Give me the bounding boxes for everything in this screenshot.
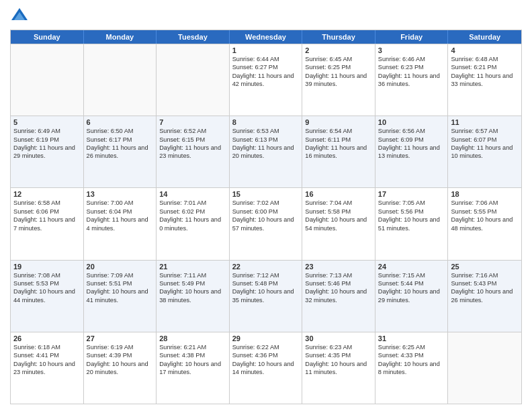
- daylight-text: Daylight: 10 hours and 8 minutes.: [378, 360, 445, 377]
- day-number: 26: [13, 334, 81, 342]
- sunset-text: Sunset: 4:41 PM: [13, 351, 81, 359]
- calendar-cell: 11Sunrise: 6:57 AMSunset: 6:07 PMDayligh…: [448, 116, 521, 187]
- day-number: 15: [232, 190, 300, 198]
- calendar-cell: 27Sunrise: 6:19 AMSunset: 4:39 PMDayligh…: [84, 332, 157, 404]
- calendar-cell: 13Sunrise: 7:00 AMSunset: 6:04 PMDayligh…: [84, 188, 157, 259]
- calendar-cell: [11, 44, 84, 116]
- day-number: 17: [378, 190, 445, 198]
- sunrise-text: Sunrise: 7:04 AM: [305, 199, 372, 207]
- day-number: 25: [451, 263, 519, 271]
- sunrise-text: Sunrise: 6:50 AM: [87, 127, 154, 135]
- weekday-header: Thursday: [302, 30, 375, 44]
- sunset-text: Sunset: 6:25 PM: [305, 63, 372, 71]
- calendar-cell: 5Sunrise: 6:49 AMSunset: 6:19 PMDaylight…: [11, 116, 84, 187]
- day-number: 8: [232, 118, 300, 126]
- day-number: 9: [305, 118, 372, 126]
- daylight-text: Daylight: 11 hours and 7 minutes.: [13, 216, 81, 232]
- daylight-text: Daylight: 11 hours and 20 minutes.: [232, 144, 300, 161]
- sunset-text: Sunset: 6:02 PM: [159, 208, 226, 216]
- calendar-week: 5Sunrise: 6:49 AMSunset: 6:19 PMDaylight…: [11, 116, 521, 187]
- sunset-text: Sunset: 6:04 PM: [87, 208, 154, 216]
- calendar-week: 19Sunrise: 7:08 AMSunset: 5:53 PMDayligh…: [11, 260, 521, 332]
- calendar-week: 26Sunrise: 6:18 AMSunset: 4:41 PMDayligh…: [11, 332, 521, 404]
- calendar-cell: 21Sunrise: 7:11 AMSunset: 5:49 PMDayligh…: [157, 261, 230, 332]
- weekday-header: Friday: [375, 30, 449, 44]
- daylight-text: Daylight: 11 hours and 10 minutes.: [451, 144, 519, 161]
- day-number: 12: [13, 190, 81, 198]
- sunset-text: Sunset: 6:00 PM: [232, 208, 300, 216]
- sunset-text: Sunset: 6:21 PM: [451, 63, 519, 71]
- daylight-text: Daylight: 10 hours and 38 minutes.: [159, 287, 226, 304]
- daylight-text: Daylight: 11 hours and 4 minutes.: [87, 216, 154, 232]
- daylight-text: Daylight: 10 hours and 14 minutes.: [232, 360, 300, 377]
- sunset-text: Sunset: 6:06 PM: [13, 208, 81, 216]
- calendar-cell: 2Sunrise: 6:45 AMSunset: 6:25 PMDaylight…: [302, 44, 375, 116]
- calendar-cell: 25Sunrise: 7:16 AMSunset: 5:43 PMDayligh…: [448, 261, 521, 332]
- day-number: 7: [159, 118, 226, 126]
- sunset-text: Sunset: 5:58 PM: [305, 208, 372, 216]
- weekday-header: Saturday: [448, 30, 521, 44]
- daylight-text: Daylight: 10 hours and 23 minutes.: [13, 360, 81, 377]
- day-number: 11: [451, 118, 519, 126]
- sunrise-text: Sunrise: 7:08 AM: [13, 271, 81, 279]
- calendar-cell: 20Sunrise: 7:09 AMSunset: 5:51 PMDayligh…: [84, 261, 157, 332]
- daylight-text: Daylight: 11 hours and 23 minutes.: [159, 144, 226, 161]
- calendar-cell: 28Sunrise: 6:21 AMSunset: 4:38 PMDayligh…: [157, 332, 230, 404]
- sunrise-text: Sunrise: 7:09 AM: [87, 271, 154, 279]
- calendar-cell: 6Sunrise: 6:50 AMSunset: 6:17 PMDaylight…: [84, 116, 157, 187]
- day-number: 13: [87, 190, 154, 198]
- day-number: 27: [87, 334, 154, 342]
- daylight-text: Daylight: 11 hours and 33 minutes.: [451, 72, 519, 89]
- day-number: 20: [87, 263, 154, 271]
- sunset-text: Sunset: 4:39 PM: [87, 351, 154, 359]
- sunset-text: Sunset: 4:36 PM: [232, 351, 300, 359]
- calendar-cell: [448, 332, 521, 404]
- sunrise-text: Sunrise: 6:48 AM: [451, 55, 519, 63]
- sunset-text: Sunset: 6:11 PM: [305, 136, 372, 144]
- calendar-cell: 14Sunrise: 7:01 AMSunset: 6:02 PMDayligh…: [157, 188, 230, 259]
- day-number: 23: [305, 263, 372, 271]
- day-number: 19: [13, 263, 81, 271]
- daylight-text: Daylight: 11 hours and 42 minutes.: [232, 72, 300, 89]
- sunrise-text: Sunrise: 6:23 AM: [305, 343, 372, 351]
- sunset-text: Sunset: 5:44 PM: [378, 279, 445, 287]
- daylight-text: Daylight: 10 hours and 20 minutes.: [87, 360, 154, 377]
- calendar-cell: 8Sunrise: 6:53 AMSunset: 6:13 PMDaylight…: [230, 116, 303, 187]
- sunset-text: Sunset: 5:56 PM: [378, 208, 445, 216]
- sunrise-text: Sunrise: 6:21 AM: [159, 343, 226, 351]
- sunrise-text: Sunrise: 7:13 AM: [305, 271, 372, 279]
- sunrise-text: Sunrise: 7:15 AM: [378, 271, 445, 279]
- sunset-text: Sunset: 6:09 PM: [378, 136, 445, 144]
- daylight-text: Daylight: 11 hours and 0 minutes.: [159, 216, 226, 232]
- logo: [10, 7, 31, 26]
- page-header: [10, 7, 522, 26]
- day-number: 2: [305, 46, 372, 54]
- sunset-text: Sunset: 6:27 PM: [232, 63, 300, 71]
- sunset-text: Sunset: 4:38 PM: [159, 351, 226, 359]
- sunrise-text: Sunrise: 7:12 AM: [232, 271, 300, 279]
- sunrise-text: Sunrise: 7:16 AM: [451, 271, 519, 279]
- sunset-text: Sunset: 6:13 PM: [232, 136, 300, 144]
- daylight-text: Daylight: 11 hours and 16 minutes.: [305, 144, 372, 161]
- sunrise-text: Sunrise: 6:58 AM: [13, 199, 81, 207]
- sunrise-text: Sunrise: 6:52 AM: [159, 127, 226, 135]
- sunset-text: Sunset: 5:43 PM: [451, 279, 519, 287]
- calendar-cell: 31Sunrise: 6:25 AMSunset: 4:33 PMDayligh…: [375, 332, 449, 404]
- day-number: 24: [378, 263, 445, 271]
- daylight-text: Daylight: 10 hours and 44 minutes.: [13, 287, 81, 304]
- sunset-text: Sunset: 6:07 PM: [451, 136, 519, 144]
- sunrise-text: Sunrise: 7:00 AM: [87, 199, 154, 207]
- day-number: 30: [305, 334, 372, 342]
- daylight-text: Daylight: 10 hours and 41 minutes.: [87, 287, 154, 304]
- daylight-text: Daylight: 10 hours and 57 minutes.: [232, 216, 300, 232]
- calendar-week: 12Sunrise: 6:58 AMSunset: 6:06 PMDayligh…: [11, 187, 521, 259]
- day-number: 6: [87, 118, 154, 126]
- day-number: 1: [232, 46, 300, 54]
- calendar-cell: 18Sunrise: 7:06 AMSunset: 5:55 PMDayligh…: [448, 188, 521, 259]
- sunset-text: Sunset: 4:35 PM: [305, 351, 372, 359]
- sunrise-text: Sunrise: 7:01 AM: [159, 199, 226, 207]
- calendar-cell: 16Sunrise: 7:04 AMSunset: 5:58 PMDayligh…: [302, 188, 375, 259]
- daylight-text: Daylight: 10 hours and 35 minutes.: [232, 287, 300, 304]
- day-number: 5: [13, 118, 81, 126]
- daylight-text: Daylight: 10 hours and 17 minutes.: [159, 360, 226, 377]
